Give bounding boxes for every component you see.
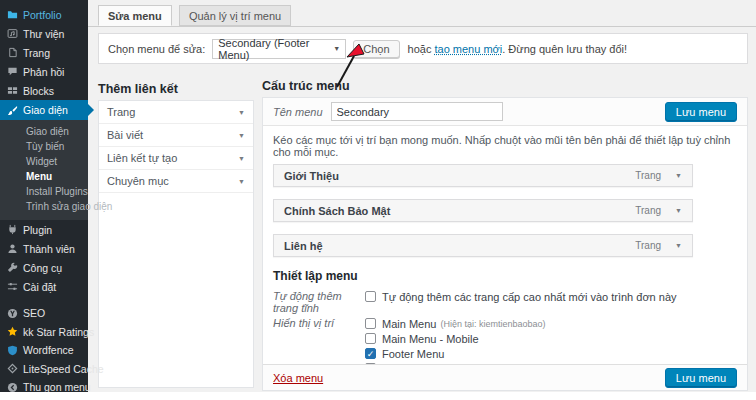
chevron-down-icon: ▼ — [333, 45, 340, 52]
menu-item-lien-he[interactable]: Liên hệ Trang ▼ — [273, 234, 693, 257]
main-menu-mobile-checkbox[interactable] — [365, 333, 376, 344]
accordion-label: Liên kết tự tạo — [107, 152, 177, 164]
auto-add-row: Tự động thêm trang tĩnh Tự động thêm các… — [263, 288, 747, 315]
sidebar-item-label: Blocks — [23, 85, 54, 97]
accordion-categories[interactable]: Chuyên mục ▼ — [99, 170, 253, 193]
or-text: hoặc — [408, 43, 432, 55]
sliders-icon — [7, 281, 18, 292]
sidebar-item-comments[interactable]: Phản hồi — [0, 62, 88, 81]
add-links-panel: Trang ▼ Bài viết ▼ Liên kết tự tạo ▼ Chu… — [98, 100, 254, 388]
submenu-item-customize[interactable]: Tùy biến — [0, 139, 88, 154]
user-icon — [7, 243, 18, 254]
submenu-item-menus[interactable]: Menu — [0, 169, 88, 184]
litespeed-diamond-icon — [7, 363, 18, 374]
comment-icon — [7, 66, 18, 77]
brush-icon — [7, 105, 18, 116]
menu-item-label: Giới Thiệu — [284, 170, 339, 182]
main-menu-checkbox[interactable] — [365, 318, 376, 329]
chevron-down-icon[interactable]: ▼ — [238, 109, 245, 116]
nav-tabs: Sửa menu Quản lý vị trí menu — [88, 0, 756, 27]
menu-item-label: Liên hệ — [284, 240, 323, 252]
plug-icon — [7, 224, 18, 235]
tab-edit-menus[interactable]: Sửa menu — [98, 5, 172, 26]
sidebar-item-plugins[interactable]: Plugin — [0, 220, 88, 239]
tab-manage-locations[interactable]: Quản lý vị trí menu — [179, 5, 291, 26]
menu-item-type: Trang — [635, 170, 661, 181]
sidebar-item-label: Portfolio — [23, 9, 62, 21]
accordion-label: Trang — [107, 106, 135, 118]
submenu-item-theme-editor[interactable]: Trình sửa giao diện — [0, 199, 88, 214]
shield-icon — [7, 345, 18, 356]
page-icon — [7, 47, 18, 58]
sidebar-item-pages[interactable]: Trang — [0, 43, 88, 62]
create-new-menu-link[interactable]: tạo menu mới — [434, 43, 502, 55]
chevron-down-icon[interactable]: ▼ — [675, 242, 682, 249]
page-bottom-strip — [0, 392, 756, 400]
chevron-down-icon[interactable]: ▼ — [238, 178, 245, 185]
sidebar-item-label: Wordfence — [23, 344, 74, 356]
accordion-label: Bài viết — [107, 129, 143, 141]
sidebar-item-label: kk Star Ratings — [23, 326, 94, 338]
chevron-down-icon[interactable]: ▼ — [675, 207, 682, 214]
menu-item-label: Chính Sách Bảo Mật — [284, 205, 390, 217]
menu-item-chinh-sach-bao-mat[interactable]: Chính Sách Bảo Mật Trang ▼ — [273, 199, 693, 222]
auto-add-checkbox[interactable] — [365, 291, 376, 302]
chevron-down-icon[interactable]: ▼ — [675, 172, 682, 179]
menu-select[interactable]: Secondary (Footer Menu) ▼ — [212, 39, 346, 59]
accordion-posts[interactable]: Bài viết ▼ — [99, 124, 253, 147]
footer-menu-checkbox[interactable]: ✓ — [365, 348, 376, 359]
sidebar-item-users[interactable]: Thành viên — [0, 239, 88, 258]
menu-structure-panel: Tên menu Lưu menu Kéo các mục tới vị trí… — [262, 97, 748, 391]
menu-item-gioi-thieu[interactable]: Giới Thiệu Trang ▼ — [273, 164, 693, 187]
save-menu-button-bottom[interactable]: Lưu menu — [665, 368, 737, 388]
sidebar-item-kk-star-ratings[interactable]: kk Star Ratings — [0, 323, 88, 342]
menu-name-input[interactable] — [331, 102, 503, 121]
yoast-seo-icon — [7, 308, 18, 319]
sidebar-item-label: Thư viện — [23, 28, 64, 40]
submenu-item-install-plugins[interactable]: Install Plugins — [0, 184, 88, 199]
star-icon — [7, 326, 18, 337]
menu-item-type: Trang — [635, 240, 661, 251]
menu-item-type: Trang — [635, 205, 661, 216]
select-menu-label: Chọn menu để sửa: — [108, 43, 205, 55]
save-menu-button-top[interactable]: Lưu menu — [665, 102, 737, 122]
menu-name-row: Tên menu Lưu menu — [263, 98, 747, 126]
admin-sidebar: Portfolio Thư viện Trang Phản hồi Blocks… — [0, 0, 88, 392]
chevron-down-icon[interactable]: ▼ — [238, 155, 245, 162]
main-content: Sửa menu Quản lý vị trí menu Chọn menu đ… — [88, 0, 756, 400]
sidebar-item-label: Phản hồi — [23, 66, 64, 78]
menu-select-value: Secondary (Footer Menu) — [218, 37, 333, 61]
menu-settings-heading: Thiết lập menu — [273, 269, 737, 283]
delete-menu-link[interactable]: Xóa menu — [273, 372, 323, 384]
chevron-down-icon[interactable]: ▼ — [238, 132, 245, 139]
add-links-heading: Thêm liên kết — [98, 82, 178, 96]
menu-select-bar: Chọn menu để sửa: Secondary (Footer Menu… — [98, 33, 748, 64]
select-button[interactable]: Chọn — [353, 40, 399, 58]
sidebar-item-label: Giao diện — [23, 104, 68, 116]
sidebar-item-settings[interactable]: Cài đặt — [0, 277, 88, 296]
sidebar-item-seo[interactable]: SEO — [0, 304, 88, 323]
sidebar-item-label: LiteSpeed Cache — [23, 363, 104, 375]
sidebar-item-appearance[interactable]: Giao diện — [0, 100, 88, 120]
drag-instructions-text: Kéo các mục tới vị trí bạn mong muốn. Nh… — [263, 126, 747, 164]
menu-items-list: Giới Thiệu Trang ▼ Chính Sách Bảo Mật Tr… — [263, 164, 747, 257]
accordion-pages[interactable]: Trang ▼ — [99, 101, 253, 124]
sidebar-item-label: Trang — [23, 47, 50, 59]
location-main-menu-mobile: Main Menu - Mobile — [365, 331, 545, 346]
location-label: Main Menu - Mobile — [382, 333, 479, 345]
save-reminder-text: . Đừng quên lưu thay đổi! — [502, 43, 627, 55]
sidebar-item-litespeed-cache[interactable]: LiteSpeed Cache — [0, 360, 88, 379]
sidebar-item-label: Công cụ — [23, 262, 62, 274]
accordion-custom-links[interactable]: Liên kết tự tạo ▼ — [99, 147, 253, 170]
sidebar-item-tools[interactable]: Công cụ — [0, 258, 88, 277]
location-label: Main Menu — [382, 318, 436, 330]
sidebar-item-wordfence[interactable]: Wordfence — [0, 341, 88, 360]
menu-structure-heading: Cấu trúc menu — [262, 79, 350, 93]
sidebar-item-blocks[interactable]: Blocks — [0, 81, 88, 100]
submenu-item-widgets[interactable]: Widget — [0, 154, 88, 169]
sidebar-item-portfolio[interactable]: Portfolio — [0, 5, 88, 24]
wrench-icon — [7, 262, 18, 273]
accordion-label: Chuyên mục — [107, 175, 169, 187]
submenu-item-themes[interactable]: Giao diện — [0, 124, 88, 139]
sidebar-item-media[interactable]: Thư viện — [0, 24, 88, 43]
